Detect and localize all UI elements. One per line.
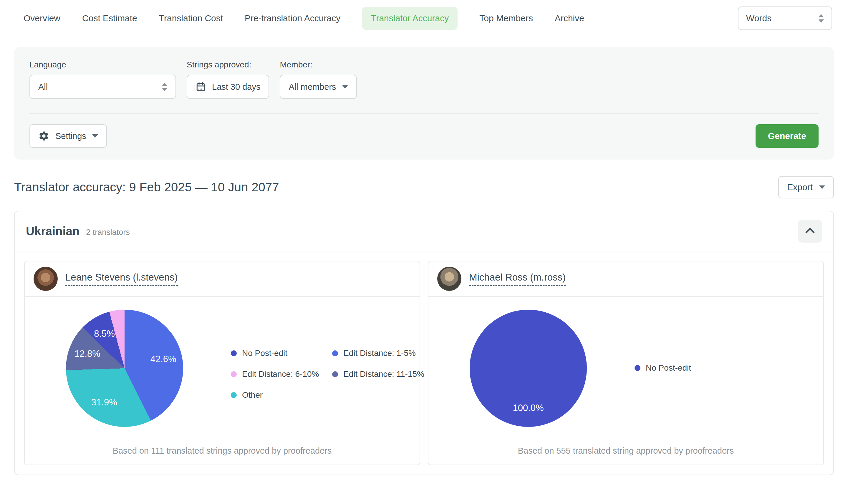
- tab-overview[interactable]: Overview: [23, 7, 60, 30]
- translator-card: Michael Ross (m.ross) 100.0% No Post-edi…: [428, 261, 824, 465]
- legend-dot-icon: [231, 371, 237, 377]
- pie-slice-label: 31.9%: [91, 397, 117, 408]
- page-title: Translator accuracy: 9 Feb 2025 — 10 Jun…: [14, 180, 279, 194]
- legend-item[interactable]: Edit Distance: 1-5%: [332, 348, 424, 358]
- legend-item[interactable]: No Post-edit: [634, 363, 691, 373]
- legend-dot-icon: [231, 392, 237, 398]
- pie-slice-label: 12.8%: [74, 348, 101, 359]
- legend-label: Edit Distance: 11-15%: [343, 370, 424, 379]
- legend-item[interactable]: Edit Distance: 6-10%: [231, 370, 332, 379]
- chevron-up-icon: [805, 228, 814, 237]
- legend-label: No Post-edit: [242, 348, 287, 358]
- collapse-section-button[interactable]: [798, 220, 822, 242]
- strings-approved-filter-group: Strings approved: Last 30 days: [187, 60, 269, 99]
- chevron-down-icon: [92, 134, 98, 138]
- language-label: Language: [30, 60, 176, 70]
- tab-cost-estimate[interactable]: Cost Estimate: [82, 7, 137, 30]
- accuracy-pie-chart[interactable]: 100.0%: [470, 310, 587, 427]
- strings-approved-label: Strings approved:: [187, 60, 269, 70]
- generate-button[interactable]: Generate: [756, 124, 818, 148]
- translator-name-link[interactable]: Michael Ross (m.ross): [469, 272, 566, 286]
- settings-label: Settings: [55, 131, 86, 141]
- legend-label: No Post-edit: [646, 363, 691, 373]
- pie-slice-label: 100.0%: [512, 403, 544, 413]
- select-updown-icon: [818, 14, 824, 23]
- chevron-down-icon: [819, 185, 825, 189]
- language-section-ukrainian: Ukrainian 2 translators Leane Stevens (l…: [14, 211, 834, 475]
- legend-item[interactable]: Other: [231, 390, 332, 400]
- chart-caption: Based on 111 translated strings approved…: [25, 446, 419, 456]
- gear-icon: [38, 130, 50, 142]
- nav-divider: [14, 35, 834, 35]
- export-button[interactable]: Export: [778, 176, 834, 198]
- translators-count: 2 translators: [86, 228, 130, 237]
- language-filter-group: Language All: [30, 60, 176, 99]
- member-filter-group: Member: All members: [280, 60, 357, 99]
- legend-dot-icon: [332, 350, 338, 356]
- calendar-icon: [196, 82, 206, 92]
- settings-button[interactable]: Settings: [30, 124, 107, 148]
- legend-dot-icon: [231, 350, 237, 356]
- avatar: [34, 267, 58, 291]
- chevron-down-icon: [342, 85, 348, 89]
- report-tabs-bar: Overview Cost Estimate Translation Cost …: [23, 6, 832, 30]
- translator-name-link[interactable]: Leane Stevens (l.stevens): [65, 272, 178, 286]
- member-dropdown-value: All members: [289, 82, 336, 92]
- pie-slice-label: 8.5%: [94, 328, 115, 339]
- export-label: Export: [787, 182, 813, 192]
- date-range-value: Last 30 days: [212, 82, 260, 92]
- tab-translation-cost[interactable]: Translation Cost: [159, 7, 223, 30]
- unit-select-value: Words: [746, 13, 772, 23]
- tab-pre-translation-accuracy[interactable]: Pre-translation Accuracy: [245, 7, 340, 30]
- legend-label: Other: [242, 390, 263, 400]
- chart-caption: Based on 555 translated string approved …: [429, 446, 823, 456]
- language-select-value: All: [38, 82, 48, 92]
- pie-slice-label: 42.6%: [150, 354, 176, 364]
- legend-dot-icon: [634, 365, 640, 371]
- language-select[interactable]: All: [30, 75, 176, 99]
- legend-label: Edit Distance: 1-5%: [343, 348, 416, 358]
- pie-legend: No Post-editEdit Distance: 1-5%Edit Dist…: [231, 348, 424, 400]
- tab-translator-accuracy[interactable]: Translator Accuracy: [362, 7, 457, 30]
- translator-card: Leane Stevens (l.stevens) 42.6%31.9%12.8…: [24, 261, 420, 465]
- tab-top-members[interactable]: Top Members: [479, 7, 533, 30]
- unit-select[interactable]: Words: [738, 6, 832, 30]
- legend-item[interactable]: Edit Distance: 11-15%: [332, 370, 424, 379]
- select-updown-icon: [162, 83, 167, 91]
- legend-label: Edit Distance: 6-10%: [242, 370, 319, 379]
- report-tabs: Overview Cost Estimate Translation Cost …: [23, 7, 584, 30]
- filter-panel: Language All Strings approved: Last 30 d…: [14, 47, 834, 160]
- legend-dot-icon: [332, 371, 338, 377]
- section-title: Ukrainian: [26, 224, 79, 238]
- date-range-button[interactable]: Last 30 days: [187, 75, 269, 99]
- tab-archive[interactable]: Archive: [555, 7, 584, 30]
- avatar: [437, 267, 462, 291]
- member-dropdown[interactable]: All members: [280, 75, 357, 99]
- pie-legend: No Post-edit: [634, 363, 691, 373]
- accuracy-pie-chart[interactable]: 42.6%31.9%12.8%8.5%: [66, 310, 183, 427]
- legend-item[interactable]: No Post-edit: [231, 348, 332, 358]
- member-label: Member:: [280, 60, 357, 70]
